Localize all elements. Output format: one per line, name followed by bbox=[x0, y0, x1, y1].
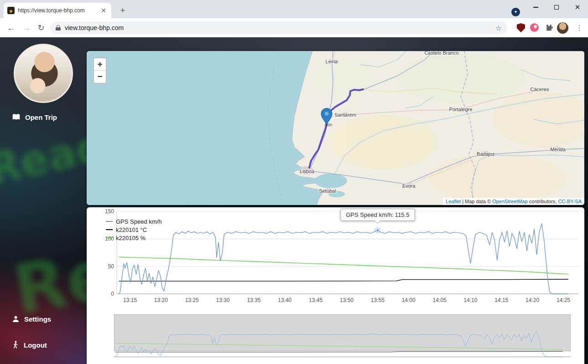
x-axis-tick: 13:35 bbox=[247, 297, 260, 303]
user-avatar[interactable] bbox=[14, 44, 73, 103]
zoom-out-button[interactable]: − bbox=[94, 71, 106, 83]
person-icon bbox=[12, 315, 20, 323]
ublock-extension-icon[interactable] bbox=[517, 23, 525, 32]
forward-button[interactable]: → bbox=[20, 21, 33, 34]
mini-series-line bbox=[115, 351, 563, 352]
pink-extension-icon[interactable] bbox=[530, 23, 539, 32]
map-panel: LeiriaCastelo BrancoCáceresSantarémPorta… bbox=[87, 51, 584, 205]
legend-swatch bbox=[106, 237, 113, 238]
y-axis-tick: 150 bbox=[105, 208, 114, 215]
browser-menu-icon[interactable]: ⋮ bbox=[574, 22, 585, 33]
y-axis-tick: 0 bbox=[111, 291, 114, 297]
leaflet-map[interactable]: LeiriaCastelo BrancoCáceresSantarémPorta… bbox=[87, 51, 584, 205]
open-book-icon bbox=[12, 113, 21, 121]
city-label: Castelo Branco bbox=[424, 51, 458, 56]
zoom-in-button[interactable]: + bbox=[94, 58, 106, 71]
legend-label: k220101 °C bbox=[116, 226, 147, 233]
city-label: Mérida bbox=[550, 147, 566, 152]
back-button[interactable]: ← bbox=[5, 21, 17, 34]
extensions-puzzle-icon[interactable] bbox=[544, 23, 553, 32]
chart-range-selector[interactable] bbox=[114, 314, 571, 364]
sidebar-item-settings[interactable]: Settings bbox=[12, 315, 51, 323]
sidebar: Open Trip Settings Logout bbox=[0, 37, 87, 364]
x-axis-tick: 13:20 bbox=[154, 297, 168, 303]
x-axis-tick: 14:25 bbox=[557, 297, 570, 303]
city-label: Lisboa bbox=[300, 169, 315, 174]
tab-search-icon[interactable]: ▾ bbox=[511, 8, 520, 16]
browser-profile-avatar[interactable] bbox=[557, 22, 568, 34]
reload-button[interactable]: ↻ bbox=[35, 21, 47, 34]
x-axis-tick: 13:50 bbox=[340, 297, 354, 303]
city-label: Badajoz bbox=[477, 151, 495, 157]
legend-item[interactable]: k220101 °C bbox=[106, 226, 161, 234]
lock-icon[interactable] bbox=[56, 25, 61, 31]
leaflet-link[interactable]: Leaflet bbox=[446, 199, 461, 204]
legend-item[interactable]: k220105 % bbox=[106, 234, 161, 242]
series-line bbox=[119, 257, 568, 274]
x-axis-tick: 14:20 bbox=[526, 297, 539, 303]
series-line bbox=[119, 279, 568, 281]
city-label: Cáceres bbox=[531, 87, 549, 92]
address-bar[interactable]: view.torque-bhp.com ☆ bbox=[50, 21, 507, 34]
attribution-text: contributors, bbox=[528, 199, 558, 204]
x-axis-tick: 13:15 bbox=[123, 297, 137, 303]
x-axis-tick: 13:30 bbox=[216, 297, 230, 303]
x-axis-tick: 13:25 bbox=[185, 297, 199, 303]
site-favicon bbox=[7, 7, 15, 14]
sidebar-item-open-trip[interactable]: Open Trip bbox=[12, 113, 57, 121]
y-axis-tick: 50 bbox=[108, 263, 114, 270]
map-attribution: Leaflet | Map data © OpenStreetMap contr… bbox=[443, 198, 584, 205]
walking-person-icon bbox=[12, 341, 19, 349]
map-zoom-control: + − bbox=[93, 57, 107, 84]
window-minimize-button[interactable] bbox=[525, 0, 546, 15]
x-axis-tick: 14:15 bbox=[494, 297, 508, 303]
tab-title: https://view.torque-bhp.com bbox=[18, 7, 96, 14]
browser-toolbar: ← → ↻ view.torque-bhp.com ☆ ⋮ bbox=[0, 18, 588, 37]
series-line bbox=[119, 224, 568, 294]
legend-swatch bbox=[106, 229, 113, 230]
attribution-text: | Map data © bbox=[461, 199, 492, 204]
x-axis-tick: 14:10 bbox=[463, 297, 477, 303]
window-close-button[interactable]: ✕ bbox=[567, 0, 588, 15]
sidebar-item-label: Logout bbox=[24, 341, 47, 349]
browser-tab[interactable]: https://view.torque-bhp.com ✕ bbox=[4, 3, 111, 18]
browser-tab-strip: https://view.torque-bhp.com ✕ + ▾ ✕ bbox=[0, 0, 588, 18]
x-axis-tick: 13:55 bbox=[371, 297, 385, 303]
window-maximize-button[interactable] bbox=[546, 0, 567, 15]
legend-swatch bbox=[106, 221, 113, 222]
x-axis-tick: 14:00 bbox=[402, 297, 416, 303]
bookmark-star-icon[interactable]: ☆ bbox=[495, 24, 502, 32]
city-label: Portalegre bbox=[449, 107, 473, 112]
openstreetmap-link[interactable]: OpenStreetMap bbox=[492, 199, 528, 204]
city-label: Setúbal bbox=[319, 188, 336, 194]
legend-item[interactable]: GPS Speed km/h bbox=[106, 217, 161, 226]
sidebar-item-logout[interactable]: Logout bbox=[12, 341, 47, 349]
new-tab-button[interactable]: + bbox=[117, 5, 129, 16]
city-label: Santarém bbox=[334, 112, 356, 118]
tab-close-icon[interactable]: ✕ bbox=[99, 6, 108, 15]
highlight-dot bbox=[376, 229, 379, 232]
chart-tooltip: GPS Speed km/h: 115.5 bbox=[340, 209, 415, 221]
license-link[interactable]: CC-BY-SA bbox=[558, 199, 582, 204]
sidebar-item-label: Settings bbox=[24, 315, 51, 323]
tejo-estuary bbox=[314, 174, 347, 188]
chart-panel: 05010015013:1513:2013:2513:3013:3513:401… bbox=[87, 207, 584, 364]
city-label: Leiria bbox=[326, 59, 338, 64]
x-axis-tick: 13:40 bbox=[278, 297, 291, 303]
chart-legend: GPS Speed km/hk220101 °Ck220105 % bbox=[106, 217, 161, 242]
page-background: Ready Re Open Trip Settings Logout bbox=[0, 37, 588, 364]
city-label: Évora bbox=[402, 183, 416, 189]
legend-label: k220105 % bbox=[116, 235, 146, 241]
legend-label: GPS Speed km/h bbox=[116, 218, 161, 225]
sidebar-item-label: Open Trip bbox=[25, 113, 57, 121]
x-axis-tick: 14:05 bbox=[433, 297, 447, 303]
x-axis-tick: 13:45 bbox=[309, 297, 323, 303]
url-text[interactable]: view.torque-bhp.com bbox=[65, 24, 491, 31]
